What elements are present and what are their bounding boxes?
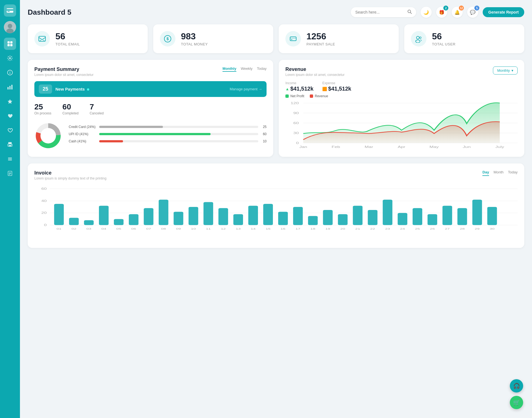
invoice-bar	[188, 207, 198, 225]
cart-icon: 🛒	[513, 399, 520, 406]
cash-label: Cash (41%)	[69, 139, 96, 143]
invoice-tab-month[interactable]: Month	[493, 170, 503, 176]
invoice-bar	[174, 212, 183, 225]
svg-rect-22	[8, 158, 12, 158]
revenue-filter-dropdown[interactable]: Monthly ▾	[493, 66, 518, 75]
svg-text:17: 17	[295, 227, 300, 230]
stat-info-email: 56 TOTAL EMAIL	[55, 31, 80, 46]
user-avatar[interactable]	[4, 21, 16, 33]
invoice-bar	[293, 207, 303, 225]
svg-text:Apr: Apr	[398, 145, 405, 148]
page-title: Dashboard 5	[28, 8, 71, 17]
canceled-stat: 7 Canceled	[89, 102, 104, 115]
sidebar-item-reports[interactable]	[4, 167, 16, 179]
payment-title: Payment Summary	[34, 66, 93, 72]
svg-point-4	[8, 24, 12, 28]
sidebar-item-star[interactable]	[4, 95, 16, 107]
chat-button[interactable]: 💬 5	[467, 7, 478, 18]
sidebar-item-heart1[interactable]	[4, 110, 16, 122]
gift-button[interactable]: 🎁 2	[436, 7, 447, 18]
tab-today[interactable]: Today	[257, 66, 267, 72]
invoice-bar	[233, 214, 243, 225]
invoice-tab-today[interactable]: Today	[508, 170, 518, 176]
upi-bar: UPI ID (41%) 60	[69, 132, 267, 136]
invoice-tabs: Day Month Today	[482, 170, 518, 176]
sidebar-item-info[interactable]	[4, 66, 16, 79]
money-icon: $	[160, 31, 175, 47]
svg-rect-6	[7, 41, 10, 43]
on-process-stat: 25 On process	[34, 102, 51, 115]
credit-card-bar: Credit Card (24%) 25	[69, 125, 267, 129]
svg-text:28: 28	[460, 227, 465, 230]
svg-rect-13	[10, 71, 10, 72]
payment-header: Payment Summary Lorem ipsum dolor sit am…	[34, 66, 267, 77]
invoice-bar	[323, 210, 333, 225]
sidebar-item-analytics[interactable]	[4, 81, 16, 93]
search-input[interactable]	[355, 10, 405, 14]
invoice-bar	[413, 208, 422, 225]
svg-text:30: 30	[490, 227, 495, 230]
credit-card-fill	[99, 126, 163, 128]
invoice-bar	[218, 208, 228, 225]
sidebar-item-print[interactable]	[4, 139, 16, 151]
cart-float-button[interactable]: 🛒	[510, 396, 523, 409]
sidebar-item-list[interactable]	[4, 153, 16, 165]
invoice-bar	[114, 219, 124, 225]
manage-payment-link[interactable]: Manage payment →	[230, 87, 262, 91]
svg-rect-24	[8, 160, 12, 160]
svg-text:60: 60	[41, 187, 47, 190]
email-label: TOTAL EMAIL	[55, 42, 80, 46]
tab-monthly[interactable]: Monthly	[222, 66, 236, 72]
invoice-bar	[353, 206, 362, 225]
svg-rect-1	[7, 9, 13, 11]
sidebar-item-dashboard[interactable]	[4, 38, 16, 50]
invoice-title-area: Invoice Lorem ipsum is simply dummy text…	[34, 170, 106, 180]
svg-text:04: 04	[101, 227, 106, 230]
sidebar-logo[interactable]	[4, 4, 16, 17]
sidebar-item-settings[interactable]	[4, 52, 16, 64]
headset-float-button[interactable]: 🎧	[510, 379, 523, 393]
income-item: Income ▲ $41,512k	[285, 81, 313, 92]
invoice-bar	[472, 200, 482, 225]
sidebar-item-heart2[interactable]	[4, 124, 16, 136]
on-process-count: 25	[34, 102, 51, 111]
completed-label: Completed	[62, 111, 78, 115]
svg-text:Feb: Feb	[332, 145, 340, 148]
invoice-title: Invoice	[34, 170, 106, 176]
income-arrow-icon: ▲	[285, 87, 289, 91]
tab-weekly[interactable]: Weekly	[241, 66, 252, 72]
credit-card-value: 25	[261, 125, 267, 129]
search-icon[interactable]	[407, 9, 412, 15]
generate-report-button[interactable]: Generate Report	[483, 7, 524, 17]
theme-toggle-button[interactable]: 🌙	[421, 7, 432, 18]
invoice-bar	[443, 206, 452, 225]
notification-button[interactable]: 🔔 12	[452, 7, 463, 18]
svg-point-21	[11, 145, 12, 145]
invoice-header: Invoice Lorem ipsum is simply dummy text…	[34, 170, 518, 180]
svg-rect-28	[9, 174, 10, 175]
money-count: 983	[181, 31, 208, 42]
svg-rect-9	[10, 44, 12, 46]
expense-icon: 🟧	[322, 87, 327, 91]
notification-badge: 12	[459, 6, 464, 11]
net-profit-dot	[285, 94, 289, 98]
svg-text:24: 24	[400, 227, 405, 230]
main-content: Dashboard 5 🌙 🎁 2 🔔 12	[20, 0, 532, 418]
invoice-tab-day[interactable]: Day	[482, 170, 489, 176]
stat-info-money: 983 TOTAL MONEY	[181, 31, 208, 46]
svg-text:27: 27	[445, 227, 450, 230]
search-box	[351, 7, 416, 17]
svg-rect-38	[291, 39, 292, 40]
cash-track	[99, 140, 258, 142]
invoice-bar	[383, 200, 392, 225]
payment-label: PAYMENT SALE	[306, 42, 335, 46]
sidebar	[0, 0, 20, 418]
cash-bar: Cash (41%) 10	[69, 139, 267, 143]
money-label: TOTAL MONEY	[181, 42, 208, 46]
income-expense-row: Income ▲ $41,512k Expense 🟧 $41,512k	[285, 81, 518, 92]
svg-rect-16	[11, 85, 12, 89]
svg-text:25: 25	[415, 227, 420, 230]
svg-text:18: 18	[310, 227, 315, 230]
invoice-bar	[487, 207, 497, 225]
svg-rect-37	[290, 38, 296, 39]
